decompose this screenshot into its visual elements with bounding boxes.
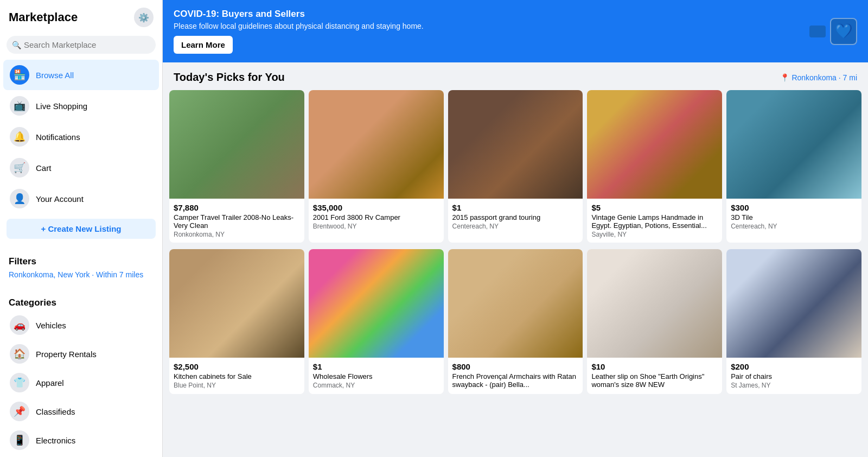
create-listing-button[interactable]: + Create New Listing — [7, 219, 156, 239]
listing-price: $1 — [313, 362, 439, 371]
category-item-electronics[interactable]: 📱 Electronics — [3, 426, 159, 454]
listing-name: Wholesale Flowers — [313, 372, 439, 380]
listing-info: $200 Pair of chairs St James, NY — [726, 358, 861, 393]
nav-icon-notifications: 🔔 — [10, 127, 29, 147]
sidebar-header: Marketplace ⚙️ — [0, 0, 162, 33]
listing-card[interactable]: $7,880 Camper Travel Trailer 2008-No Lea… — [169, 90, 304, 243]
category-item-classifieds[interactable]: 📌 Classifieds — [3, 397, 159, 426]
covid-badge-small — [809, 26, 826, 37]
listing-card[interactable]: $2,500 Kitchen cabinets for Sale Blue Po… — [169, 249, 304, 394]
category-item-entertainment[interactable]: 👥 Entertainment — [3, 455, 159, 457]
cat-label-property-rentals: Property Rentals — [36, 350, 97, 359]
sidebar-title: Marketplace — [9, 10, 78, 24]
listing-price: $800 — [452, 362, 579, 371]
listing-location: Brentwood, NY — [313, 223, 439, 230]
nav-item-live-shopping[interactable]: 📺 Live Shopping — [3, 91, 159, 121]
listing-price: $10 — [591, 362, 718, 371]
gear-button[interactable]: ⚙️ — [134, 8, 154, 27]
location-pin-icon: 📍 — [780, 73, 789, 82]
nav-label-cart: Cart — [36, 163, 51, 173]
listing-card[interactable]: $5 Vintage Genie Lamps Handmade in Egypt… — [587, 90, 722, 243]
cat-icon-vehicles: 🚗 — [10, 315, 29, 335]
filter-location[interactable]: Ronkonkoma, New York · Within 7 miles — [0, 269, 162, 284]
listings-row-2: $2,500 Kitchen cabinets for Sale Blue Po… — [163, 249, 868, 401]
cat-icon-apparel: 👕 — [10, 373, 29, 392]
listing-location: Sayville, NY — [591, 231, 718, 238]
picks-title: Today's Picks for You — [174, 71, 285, 84]
listing-info: $7,880 Camper Travel Trailer 2008-No Lea… — [169, 199, 304, 243]
listing-location: St James, NY — [731, 382, 857, 389]
listing-price: $2,500 — [174, 362, 300, 371]
category-item-property-rentals[interactable]: 🏠 Property Rentals — [3, 340, 159, 368]
listing-price: $200 — [731, 362, 857, 371]
categories-list: 🚗 Vehicles 🏠 Property Rentals 👕 Apparel … — [0, 310, 162, 457]
listing-location: Centereach, NY — [452, 223, 579, 230]
listing-card[interactable]: $1 2015 passport grand touring Centereac… — [448, 90, 583, 243]
nav-item-notifications[interactable]: 🔔 Notifications — [3, 122, 159, 152]
listing-image — [309, 249, 444, 358]
nav-icon-live-shopping: 📺 — [10, 96, 29, 116]
nav-item-your-account[interactable]: 👤 Your Account — [3, 183, 159, 214]
listing-info: $300 3D Tile Centereach, NY — [726, 199, 861, 234]
listing-image — [169, 249, 304, 358]
search-input[interactable] — [7, 36, 156, 54]
listing-info: $1 Wholesale Flowers Commack, NY — [309, 358, 444, 393]
listing-info: $5 Vintage Genie Lamps Handmade in Egypt… — [587, 199, 722, 243]
sidebar: Marketplace ⚙️ 🔍 🏪 Browse All 📺 Live Sho… — [0, 0, 163, 457]
listing-image — [309, 90, 444, 199]
listing-info: $1 2015 passport grand touring Centereac… — [448, 199, 583, 234]
listing-image — [448, 90, 583, 199]
listing-name: 2015 passport grand touring — [452, 213, 579, 221]
covid-banner: COVID-19: Buyers and Sellers Please foll… — [163, 0, 868, 62]
nav-items: 🏪 Browse All 📺 Live Shopping 🔔 Notificat… — [0, 59, 162, 214]
listing-image — [448, 249, 583, 358]
location-tag[interactable]: 📍 Ronkonkoma · 7 mi — [780, 73, 857, 82]
nav-item-cart[interactable]: 🛒 Cart — [3, 153, 159, 183]
listing-info: $800 French Provençal Armchairs with Rat… — [448, 358, 583, 394]
nav-label-live-shopping: Live Shopping — [36, 101, 87, 111]
listing-card[interactable]: $10 Leather slip on Shoe "Earth Origins"… — [587, 249, 722, 394]
listing-image — [169, 90, 304, 199]
location-label: Ronkonkoma · 7 mi — [792, 73, 857, 82]
listings-row-1: $7,880 Camper Travel Trailer 2008-No Lea… — [163, 90, 868, 249]
nav-icon-browse-all: 🏪 — [10, 65, 29, 85]
listing-card[interactable]: $200 Pair of chairs St James, NY — [726, 249, 861, 394]
listing-price: $5 — [591, 203, 718, 212]
filters-label: Filters — [0, 252, 162, 269]
cat-label-electronics: Electronics — [36, 436, 75, 445]
listing-info: $10 Leather slip on Shoe "Earth Origins"… — [587, 358, 722, 394]
listing-location: Ronkonkoma, NY — [174, 231, 300, 238]
cat-label-vehicles: Vehicles — [36, 321, 66, 330]
listing-card[interactable]: $35,000 2001 Ford 3800 Rv Camper Brentwo… — [309, 90, 444, 243]
cat-label-apparel: Apparel — [36, 378, 64, 388]
covid-title: COVID-19: Buyers and Sellers — [174, 9, 424, 20]
cat-icon-property-rentals: 🏠 — [10, 344, 29, 364]
listing-location: Commack, NY — [313, 382, 439, 389]
listing-image — [726, 90, 861, 199]
listing-info: $35,000 2001 Ford 3800 Rv Camper Brentwo… — [309, 199, 444, 234]
listing-price: $300 — [731, 203, 857, 212]
category-item-apparel[interactable]: 👕 Apparel — [3, 369, 159, 397]
category-item-vehicles[interactable]: 🚗 Vehicles — [3, 311, 159, 339]
search-icon: 🔍 — [12, 41, 21, 49]
cat-icon-electronics: 📱 — [10, 430, 29, 450]
listing-name: Leather slip on Shoe "Earth Origins" wom… — [591, 372, 718, 389]
learn-more-button[interactable]: Learn More — [174, 36, 233, 54]
listing-card[interactable]: $300 3D Tile Centereach, NY — [726, 90, 861, 243]
listing-name: Vintage Genie Lamps Handmade in Egypt. E… — [591, 213, 718, 230]
nav-icon-your-account: 👤 — [10, 189, 29, 208]
listing-price: $7,880 — [174, 203, 300, 212]
listing-name: Camper Travel Trailer 2008-No Leaks-Very… — [174, 213, 300, 230]
listing-name: 2001 Ford 3800 Rv Camper — [313, 213, 439, 221]
listing-image — [587, 90, 722, 199]
covid-text: COVID-19: Buyers and Sellers Please foll… — [174, 9, 424, 54]
listing-name: 3D Tile — [731, 213, 857, 221]
nav-item-browse-all[interactable]: 🏪 Browse All — [3, 60, 159, 90]
covid-right-icons: 💙 — [809, 18, 857, 45]
listing-card[interactable]: $1 Wholesale Flowers Commack, NY — [309, 249, 444, 394]
listing-location: Centereach, NY — [731, 223, 857, 230]
listing-price: $35,000 — [313, 203, 439, 212]
listing-card[interactable]: $800 French Provençal Armchairs with Rat… — [448, 249, 583, 394]
nav-icon-cart: 🛒 — [10, 158, 29, 177]
nav-label-your-account: Your Account — [36, 194, 84, 204]
